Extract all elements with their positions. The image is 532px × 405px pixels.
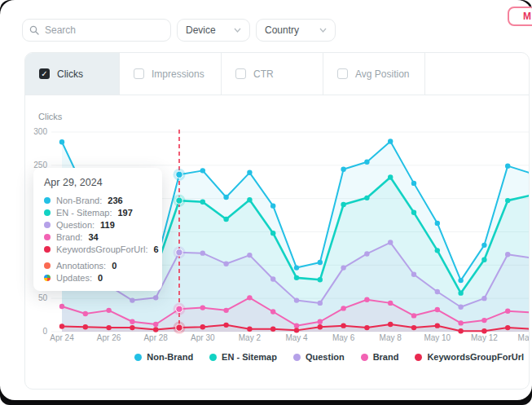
tab-clicks[interactable]: ✓ Clicks xyxy=(25,53,120,95)
tooltip-value: 34 xyxy=(88,232,98,242)
search-icon xyxy=(29,25,39,35)
legend-item-keywordsgroupforurl[interactable]: KeywordsGroupForUrl xyxy=(415,352,524,362)
legend-item-en-sitemap[interactable]: EN - Sitemap xyxy=(209,352,277,362)
tooltip-row: Annotations 0 xyxy=(44,261,152,271)
non-brand-dot-icon xyxy=(44,197,51,204)
impressions-checkbox[interactable] xyxy=(134,68,144,79)
tooltip-row: Non-Brand 236 xyxy=(44,196,152,205)
tooltip-row: EN - Sitemap 197 xyxy=(44,208,152,218)
tooltip-value: 197 xyxy=(117,208,132,218)
svg-text:300: 300 xyxy=(33,127,47,136)
keywordsgroupforurl-dot-icon xyxy=(44,246,51,253)
svg-text:May 4: May 4 xyxy=(285,333,308,342)
tooltip-label: Non-Brand xyxy=(56,196,102,205)
search-box[interactable] xyxy=(22,19,171,42)
tab-ctr-label: CTR xyxy=(253,68,274,80)
tooltip-value: 119 xyxy=(100,220,115,230)
tooltip-row: Brand 34 xyxy=(44,232,152,242)
tooltip-date: Apr 29, 2024 xyxy=(44,177,152,188)
chart-legend: Non-Brand EN - Sitemap Question Brand Ke… xyxy=(25,352,529,362)
country-dropdown[interactable]: Country xyxy=(256,19,336,42)
legend-item-non-brand[interactable]: Non-Brand xyxy=(134,352,193,362)
svg-text:May 14: May 14 xyxy=(518,333,530,342)
brand-dot-icon xyxy=(44,234,51,240)
tab-ctr[interactable]: CTR xyxy=(222,53,323,95)
filter-bar: Device Country xyxy=(22,19,336,42)
metric-tabs: ✓ Clicks Impressions CTR Avg Position xyxy=(25,53,529,95)
tooltip-row: Updates 0 xyxy=(44,273,152,283)
question-dot-icon xyxy=(293,354,301,361)
legend-label: EN - Sitemap xyxy=(222,352,277,362)
svg-text:0: 0 xyxy=(42,327,47,336)
svg-text:May 2: May 2 xyxy=(239,333,262,342)
tab-clicks-label: Clicks xyxy=(57,68,83,80)
avg-position-checkbox[interactable] xyxy=(337,68,348,79)
annotations-dot-icon xyxy=(44,262,51,269)
svg-text:May 8: May 8 xyxy=(380,333,402,342)
non-brand-dot-icon xyxy=(134,354,142,361)
tab-impressions[interactable]: Impressions xyxy=(120,53,222,95)
chevron-down-icon xyxy=(234,28,241,33)
tooltip-label: Annotations xyxy=(56,261,106,271)
svg-text:Apr 28: Apr 28 xyxy=(143,333,168,342)
tab-avg-position-label: Avg Position xyxy=(355,68,410,80)
tab-avg-position[interactable]: Avg Position xyxy=(323,53,425,95)
tooltip-value: 6 xyxy=(153,244,158,254)
tabs-filler xyxy=(425,53,529,95)
menu-button[interactable]: M xyxy=(508,7,532,26)
legend-item-question[interactable]: Question xyxy=(293,352,345,362)
tooltip-row: Question 119 xyxy=(44,220,152,230)
legend-item-brand[interactable]: Brand xyxy=(361,352,399,362)
chart-tooltip: Apr 29, 2024 Non-Brand 236 EN - Sitemap … xyxy=(33,168,162,291)
tooltip-label: Updates xyxy=(56,273,92,283)
svg-text:May 12: May 12 xyxy=(471,333,498,342)
tooltip-row: KeywordsGroupForUrl 6 xyxy=(44,244,152,254)
svg-text:May 10: May 10 xyxy=(424,333,451,342)
clicks-checkbox[interactable]: ✓ xyxy=(39,68,50,79)
legend-label: Non-Brand xyxy=(147,352,193,362)
legend-label: KeywordsGroupForUrl xyxy=(427,352,524,362)
svg-text:Apr 30: Apr 30 xyxy=(191,333,215,342)
app-window: Device Country M ✓ Clicks xyxy=(0,0,532,405)
en-sitemap-dot-icon xyxy=(44,209,51,216)
country-dropdown-label: Country xyxy=(265,24,299,36)
legend-label: Question xyxy=(306,352,345,362)
main-card: Device Country M ✓ Clicks xyxy=(0,0,532,400)
question-dot-icon xyxy=(44,222,51,228)
chevron-down-icon xyxy=(319,28,327,33)
legend-label: Brand xyxy=(373,352,399,362)
keywordsgroupforurl-dot-icon xyxy=(415,354,422,361)
tooltip-value: 0 xyxy=(112,261,117,271)
device-dropdown-label: Device xyxy=(186,24,216,36)
svg-text:Apr 26: Apr 26 xyxy=(97,333,121,342)
en-sitemap-dot-icon xyxy=(209,354,217,361)
svg-text:50: 50 xyxy=(38,293,48,302)
brand-dot-icon xyxy=(361,354,368,361)
menu-button-label: M xyxy=(523,11,531,22)
tab-impressions-label: Impressions xyxy=(152,68,204,80)
search-input[interactable] xyxy=(45,24,151,36)
tooltip-label: Brand xyxy=(56,232,82,242)
tooltip-label: EN - Sitemap xyxy=(56,208,112,218)
device-dropdown[interactable]: Device xyxy=(177,19,250,42)
y-axis-title: Clicks xyxy=(38,112,62,121)
updates-icon xyxy=(44,275,51,281)
ctr-checkbox[interactable] xyxy=(235,68,246,79)
tooltip-value: 236 xyxy=(108,196,122,205)
tooltip-value: 0 xyxy=(98,273,103,283)
tooltip-label: KeywordsGroupForUrl xyxy=(56,244,147,254)
tooltip-label: Question xyxy=(56,220,95,230)
svg-text:May 6: May 6 xyxy=(332,333,355,342)
svg-text:Apr 24: Apr 24 xyxy=(50,333,74,342)
